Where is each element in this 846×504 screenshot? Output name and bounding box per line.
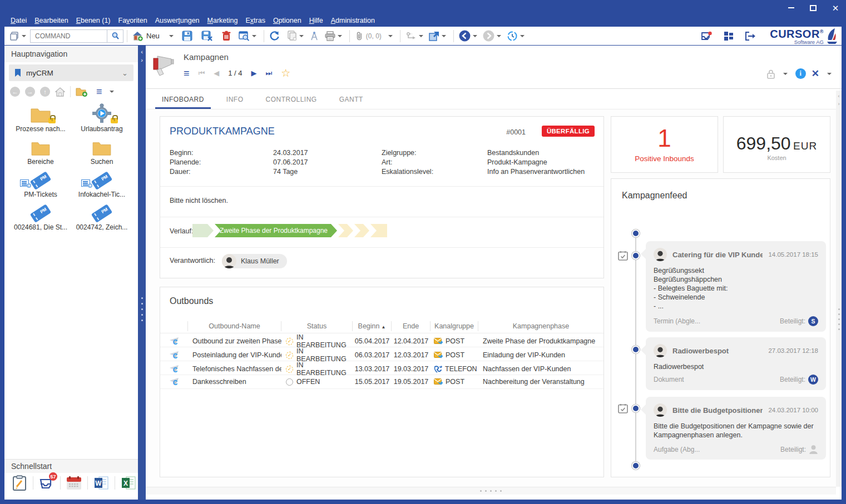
feed-item-catering[interactable]: Catering für die VIP Kunden 14.05.2017 1… — [646, 241, 826, 332]
delete-button[interactable] — [220, 29, 232, 42]
menu-auswertungen[interactable]: Auswertungen — [151, 17, 204, 24]
outbound-name: Outbound zur zweiten Phase — [188, 337, 281, 345]
splitter-handle[interactable] — [836, 308, 842, 330]
column-header-kampagnenphase[interactable]: Kampagnenphase — [478, 321, 603, 331]
sidebar-item-suchen[interactable]: Suchen — [71, 134, 132, 166]
svg-text:X: X — [123, 480, 128, 487]
record-menu-icon[interactable]: ≡ — [184, 69, 190, 77]
quickstart-inbox-button[interactable]: 57 — [37, 475, 56, 491]
view-menu-icon[interactable]: ≡ — [96, 88, 102, 96]
history-button[interactable] — [505, 29, 528, 43]
expand-right-icon[interactable]: › — [138, 56, 146, 64]
notifications-button[interactable] — [699, 30, 714, 42]
feed-item-budgetpositionen[interactable]: Bitte die Budgetpositionen an... 24.03.2… — [646, 397, 826, 460]
menu-optionen[interactable]: Optionen — [269, 17, 305, 24]
phase-future-segment[interactable] — [370, 224, 387, 237]
close-button[interactable]: ✕ — [828, 2, 843, 13]
quickstart-excel-button[interactable]: X — [119, 475, 138, 491]
table-row[interactable]: C Dankesschreiben OFFEN 15.05.2017 19.05… — [160, 375, 603, 389]
column-header-name[interactable]: Outbound-Name — [188, 321, 281, 331]
sidebar-item-prozesse[interactable]: Prozesse nach... — [10, 101, 71, 133]
nav-back-button[interactable]: ← — [10, 87, 20, 97]
refresh-button[interactable] — [268, 29, 281, 42]
print-button[interactable] — [323, 30, 346, 42]
navigate-forward-button[interactable] — [481, 29, 505, 43]
collapse-left-icon[interactable]: ‹ — [138, 48, 146, 56]
open-new-window-button[interactable] — [427, 30, 450, 42]
next-record-button[interactable]: ▶ — [251, 69, 257, 77]
nav-forward-button[interactable]: → — [25, 87, 35, 97]
splitter-handle[interactable] — [138, 297, 146, 321]
table-row[interactable]: C Telefonisches Nachfassen der ✓IN BEARB… — [160, 361, 603, 375]
sidebar-item-bereiche[interactable]: Bereiche — [10, 134, 71, 166]
menu-datei[interactable]: Datei — [7, 17, 31, 24]
menu-hilfe[interactable]: Hilfe — [305, 17, 327, 24]
home-icon[interactable] — [55, 87, 65, 97]
sidebar-item-ticket-0024742[interactable]: 0024742, Zeich... — [71, 199, 132, 231]
save-button[interactable] — [180, 29, 194, 42]
sidebar-item-infokachel-tickets[interactable]: Infokachel-Tic... — [71, 167, 132, 198]
previous-record-button[interactable]: ◀ — [214, 69, 219, 77]
phase-future-segment[interactable] — [354, 224, 369, 237]
table-row[interactable]: C Posteinladung der VIP-Kunden ✓IN BEARB… — [160, 347, 603, 361]
column-header-icon[interactable] — [160, 321, 188, 331]
sidebar-item-ticket-0024681[interactable]: 0024681, Die St... — [10, 199, 71, 231]
menu-bearbeiten[interactable]: Bearbeiten — [31, 17, 72, 24]
close-record-icon[interactable]: ✕ — [812, 68, 819, 79]
menu-ebenen[interactable]: Ebenen (1) — [72, 17, 115, 24]
menu-marketing[interactable]: Marketing — [204, 17, 242, 24]
feed-item-radiowerbespot[interactable]: Radiowerbespot 27.03.2017 12:18 Radiower… — [646, 337, 826, 390]
participant-badge[interactable]: W — [808, 375, 818, 385]
modules-button[interactable] — [722, 30, 735, 42]
command-search-button[interactable] — [107, 29, 123, 43]
sidebar-item-pm-tickets[interactable]: PM-Tickets — [10, 167, 71, 198]
horizontal-splitter[interactable] — [146, 487, 836, 495]
menu-favoriten[interactable]: Favoriten — [115, 17, 151, 24]
responsible-chip[interactable]: Klaus Müller — [222, 254, 287, 268]
navigate-back-button[interactable] — [457, 29, 481, 43]
tab-gantt[interactable]: GANTT — [333, 91, 370, 109]
column-header-kanalgruppe[interactable]: Kanalgruppe — [431, 321, 478, 331]
column-header-beginn[interactable]: Beginn▲ — [353, 321, 392, 331]
right-splitter[interactable]: ‹ › — [836, 91, 842, 487]
copy-button[interactable] — [285, 29, 308, 42]
quickstart-calendar-button[interactable] — [65, 475, 83, 491]
expand-right-icon[interactable]: › — [836, 100, 842, 108]
column-header-status[interactable]: Status — [281, 321, 353, 331]
tab-controlling[interactable]: CONTROLLING — [259, 91, 324, 109]
nav-up-button[interactable]: ↑ — [40, 87, 50, 97]
relations-button[interactable] — [308, 30, 321, 42]
workflow-button[interactable] — [404, 30, 427, 42]
minimize-button[interactable] — [784, 2, 798, 13]
tab-infoboard[interactable]: INFOBOARD — [155, 91, 211, 109]
neu-button[interactable]: Neu — [131, 30, 161, 42]
phase-done-segment[interactable] — [192, 224, 214, 237]
favorite-star-icon[interactable]: ☆ — [281, 67, 290, 79]
save-close-button[interactable] — [200, 29, 215, 42]
sidebar-item-urlaubsantrag[interactable]: Urlaubsantrag — [71, 101, 132, 133]
search-records-button[interactable] — [237, 30, 260, 42]
column-header-ende[interactable]: Ende — [392, 321, 431, 331]
first-record-button[interactable]: ⏮ — [199, 69, 205, 78]
participant-badge[interactable]: S — [808, 316, 818, 326]
add-folder-icon[interactable] — [76, 87, 88, 97]
collapse-left-icon[interactable]: ‹ — [836, 92, 842, 100]
menu-administration[interactable]: Administration — [327, 17, 379, 24]
quickstart-notes-button[interactable] — [10, 475, 29, 491]
command-input[interactable] — [30, 29, 107, 43]
workspace-selector[interactable]: myCRM ⌄ — [9, 64, 133, 81]
maximize-button[interactable] — [806, 2, 820, 13]
quickstart-word-button[interactable]: W — [92, 475, 111, 491]
tab-info[interactable]: INFO — [220, 91, 250, 109]
menu-extras[interactable]: Extras — [241, 17, 269, 24]
phase-current-segment[interactable]: Zweite Phase der Produktkampagne — [215, 224, 337, 237]
window-switch-button[interactable] — [8, 30, 30, 42]
table-row[interactable]: C Outbound zur zweiten Phase ✓IN BEARBEI… — [160, 333, 603, 347]
last-record-button[interactable]: ⏭ — [266, 69, 273, 78]
logout-button[interactable] — [743, 30, 758, 42]
sidebar-splitter[interactable]: ‹ › — [138, 46, 146, 500]
info-icon[interactable]: i — [795, 68, 806, 79]
attachments-button[interactable]: (0, 0) — [353, 30, 397, 42]
lock-icon[interactable] — [766, 69, 775, 79]
phase-future-segment[interactable] — [338, 224, 353, 237]
